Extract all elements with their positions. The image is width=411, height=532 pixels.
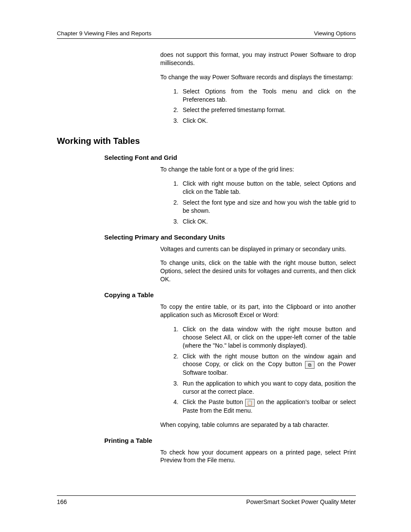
sec4-block: To check how your document appears on a …	[160, 448, 356, 465]
intro-p1: does not support this format, you may in…	[160, 51, 356, 67]
sec1-step-1: Click with right mouse button on the tab…	[180, 180, 356, 196]
sec1-p1: To change the table font or a type of th…	[160, 165, 356, 174]
copy-icon: ⧉	[305, 361, 314, 369]
sec3-step-4: Click the Paste button 📋 on the applicat…	[180, 398, 356, 414]
sec3-step-1: Click on the data window with the right …	[180, 325, 356, 350]
paste-icon: 📋	[245, 399, 255, 407]
running-head: Chapter 9 Viewing Files and Reports View…	[57, 30, 356, 39]
footer-page: 166	[57, 498, 67, 505]
sec1-step-3: Click OK.	[180, 218, 356, 226]
sec1-block: To change the table font or a type of th…	[160, 165, 356, 225]
page: Chapter 9 Viewing Files and Reports View…	[0, 0, 411, 532]
intro-block: does not support this format, you may in…	[160, 51, 356, 125]
heading-printing-table: Printing a Table	[104, 437, 356, 444]
sec3-steps: Click on the data window with the right …	[160, 325, 356, 415]
sec2-block: Voltages and currents can be displayed i…	[160, 245, 356, 284]
heading-selecting-font-grid: Selecting Font and Grid	[104, 154, 356, 161]
intro-step-2: Select the preferred timestamp format.	[180, 106, 356, 114]
sec1-step-2: Select the font type and size and how yo…	[180, 199, 356, 215]
sec3-block: To copy the entire table, or its part, i…	[160, 303, 356, 429]
sec3-step-2: Click with the right mouse button on the…	[180, 352, 356, 377]
sec1-steps: Click with right mouse button on the tab…	[160, 180, 356, 225]
header-left: Chapter 9 Viewing Files and Reports	[57, 30, 152, 37]
sec3-p1: To copy the entire table, or its part, i…	[160, 303, 356, 319]
intro-step-1: Select Options from the Tools menu and c…	[180, 87, 356, 104]
intro-p2: To change the way Power Software records…	[160, 73, 356, 81]
running-foot: 166 PowerSmart Socket Power Quality Mete…	[57, 495, 356, 505]
intro-steps: Select Options from the Tools menu and c…	[160, 87, 356, 125]
header-right: Viewing Options	[314, 30, 356, 37]
sec3-step-3: Run the application to which you want to…	[180, 380, 356, 396]
sec4-p1: To check how your document appears on a …	[160, 448, 356, 465]
intro-step-3: Click OK.	[180, 117, 356, 125]
footer-title: PowerSmart Socket Power Quality Meter	[246, 498, 356, 505]
sec3-step-4a: Click the Paste button	[183, 398, 245, 405]
heading-working-with-tables: Working with Tables	[57, 136, 356, 146]
sec3-p2: When copying, table columns are separate…	[160, 421, 356, 429]
heading-copying-table: Copying a Table	[104, 291, 356, 299]
sec2-p1: Voltages and currents can be displayed i…	[160, 245, 356, 253]
sec2-p2: To change units, click on the table with…	[160, 259, 356, 283]
heading-selecting-units: Selecting Primary and Secondary Units	[104, 233, 356, 241]
